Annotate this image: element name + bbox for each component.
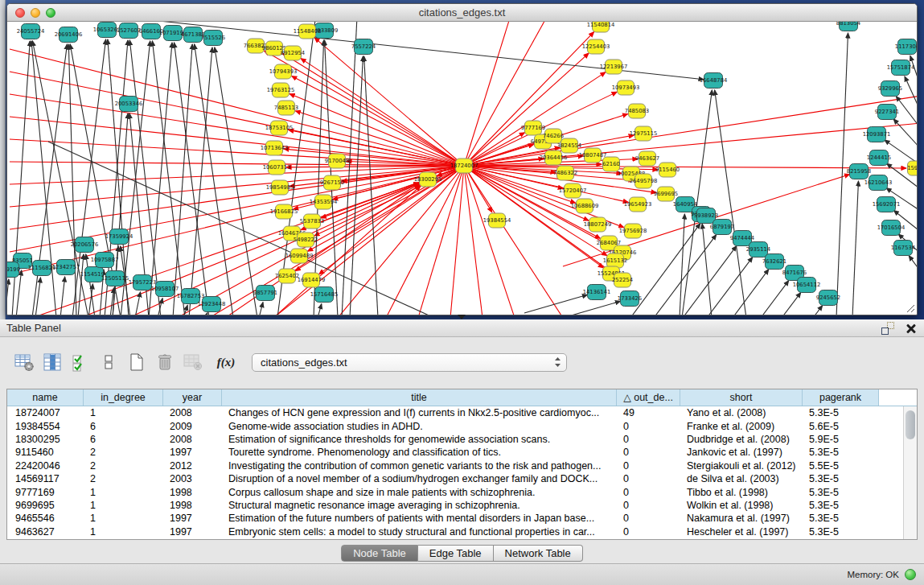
graph-edge-red[interactable]	[464, 22, 515, 166]
graph-node[interactable]: 14136141	[583, 285, 611, 300]
graph-node[interactable]: 8215958	[847, 164, 871, 179]
graph-edge-red[interactable]	[10, 162, 464, 166]
graph-area[interactable]: 2405572420691406106532671527607646616010…	[7, 22, 917, 315]
table-row[interactable]: 946554611997Estimation of the future num…	[7, 512, 917, 525]
table-row[interactable]: 1872400712008Changes of HCN gene express…	[7, 406, 917, 419]
table-row[interactable]: 946362711997Embryonic stem cells: a mode…	[7, 525, 917, 538]
graph-edge-black[interactable]	[7, 279, 9, 315]
table-scrollbar[interactable]	[903, 406, 917, 539]
graph-edge-black[interactable]	[364, 56, 378, 315]
graph-node[interactable]: 19763125	[267, 83, 295, 97]
graph-node[interactable]: 7632621	[762, 254, 786, 270]
graph-edge-red[interactable]	[464, 166, 563, 315]
graph-node[interactable]: 939199	[7, 262, 20, 278]
table-settings-icon[interactable]	[13, 351, 35, 373]
graph-node[interactable]: 8813054	[836, 22, 860, 31]
table-row[interactable]: 1830029562008Estimation of significance …	[7, 433, 917, 446]
graph-node[interactable]: 9267150	[320, 175, 344, 190]
graph-node[interactable]: 16210643	[864, 175, 893, 191]
tab-node-table[interactable]: Node Table	[341, 545, 418, 562]
table-selector-dropdown[interactable]: citations_edges.txt	[252, 353, 567, 372]
graph-node[interactable]: 15720407	[559, 183, 587, 198]
graph-node[interactable]: 7515526	[201, 31, 225, 46]
graph-node[interactable]: 18807249	[584, 217, 612, 232]
graph-node[interactable]: 7557224	[351, 39, 376, 55]
graph-edge-black[interactable]	[318, 304, 322, 315]
graph-edge-black[interactable]	[195, 44, 233, 315]
graph-edge-black[interactable]	[852, 181, 858, 315]
graph-node[interactable]: 5537833	[300, 214, 324, 229]
graph-node[interactable]: 11540814	[587, 22, 615, 32]
graph-edge-black[interactable]	[761, 281, 789, 315]
graph-edge-black[interactable]	[215, 47, 257, 315]
table-row[interactable]: 1456911722003Disruption of a novel membe…	[7, 472, 917, 485]
graph-node[interactable]: 7485113	[274, 101, 298, 115]
tab-edge-table[interactable]: Edge Table	[418, 545, 494, 562]
graph-node[interactable]: 19384554	[483, 213, 511, 228]
graph-node[interactable]: 16648784	[700, 73, 728, 89]
graph-edge-red[interactable]	[464, 166, 483, 315]
table-row[interactable]: 2242004622012Investigating the contribut…	[7, 459, 917, 472]
graph-node[interactable]: 15692071	[873, 197, 901, 212]
graph-edge-black[interactable]	[702, 224, 712, 315]
table-scrollbar-thumb[interactable]	[906, 410, 915, 439]
network-canvas[interactable]: 2405572420691406106532671527607646616010…	[7, 22, 917, 315]
graph-node[interactable]: 12093871	[863, 127, 891, 142]
graph-node[interactable]: 12342757	[52, 260, 80, 275]
window-resize-handle[interactable]	[904, 302, 915, 313]
graph-node[interactable]: 19654923	[624, 197, 652, 212]
show-column-icon[interactable]	[41, 351, 64, 373]
graph-node[interactable]: 9115460	[655, 163, 680, 177]
graph-node[interactable]: 9329965	[878, 81, 902, 97]
select-columns-icon[interactable]	[69, 351, 92, 373]
graph-edge-black[interactable]	[910, 56, 917, 89]
graph-node[interactable]: 17016504	[877, 220, 906, 236]
graph-node[interactable]: 10975887	[91, 253, 119, 268]
graph-node[interactable]: 10688609	[571, 199, 599, 213]
graph-node[interactable]: 6879197	[710, 220, 734, 235]
column-header-pagerank[interactable]: pagerank	[803, 389, 879, 406]
graph-node[interactable]: 252254	[612, 273, 633, 287]
column-header-out_de[interactable]: △ out_de...	[617, 389, 680, 406]
graph-node[interactable]: 24055724	[17, 24, 45, 39]
column-header-in_degree[interactable]: in_degree	[84, 389, 163, 406]
graph-node[interactable]: 9245652	[816, 290, 840, 306]
graph-edge-black[interactable]	[905, 76, 917, 113]
column-header-title[interactable]: title	[222, 389, 617, 406]
graph-edge-black[interactable]	[259, 303, 263, 315]
graph-node[interactable]: 7485083	[625, 104, 649, 118]
graph-node[interactable]: 1117304	[895, 39, 917, 55]
graph-node[interactable]: 10607313	[263, 160, 291, 175]
graph-edge-black[interactable]	[524, 295, 587, 313]
graph-edge-black[interactable]	[782, 293, 801, 315]
graph-node[interactable]: 19756928	[619, 224, 647, 238]
graph-node[interactable]: 9857791	[253, 286, 277, 301]
graph-node[interactable]: 12213967	[600, 60, 628, 74]
graph-node[interactable]: 1244415	[867, 150, 891, 166]
graph-node[interactable]: 18753105	[265, 121, 294, 135]
graph-edge-red[interactable]	[80, 183, 419, 315]
graph-node[interactable]: 9463627	[635, 151, 659, 166]
table-row[interactable]: 969969511998Structural magnetic resonanc…	[7, 499, 917, 512]
graph-node[interactable]: 1527607	[117, 23, 141, 39]
float-panel-icon[interactable]	[881, 322, 895, 335]
graph-edge-red[interactable]	[464, 166, 515, 315]
graph-node[interactable]: 15751874	[887, 60, 915, 76]
function-builder-icon[interactable]: f(x)	[215, 351, 237, 373]
graph-node[interactable]: 12975115	[630, 126, 658, 141]
table-row[interactable]: 1938455462009Genome-wide association stu…	[7, 419, 917, 432]
graph-edge-black[interactable]	[129, 40, 161, 315]
table-row[interactable]: 911546021997Tourette syndrome. Phenomeno…	[7, 446, 917, 459]
column-header-year[interactable]: year	[163, 389, 222, 406]
graph-node[interactable]: 9227341	[875, 105, 899, 120]
graph-edge-red[interactable]	[290, 94, 464, 166]
graph-node[interactable]: 746266	[543, 129, 564, 143]
graph-node[interactable]: 1167534	[891, 241, 915, 256]
graph-edge-black[interactable]	[707, 257, 753, 315]
graph-node[interactable]: 15958	[907, 161, 917, 175]
memory-status-icon[interactable]	[905, 569, 916, 580]
graph-node[interactable]: 62160	[602, 157, 620, 171]
column-header-name[interactable]: name	[7, 389, 84, 406]
graph-edge-black[interactable]	[683, 246, 737, 315]
graph-node[interactable]: 10713643	[261, 141, 289, 155]
